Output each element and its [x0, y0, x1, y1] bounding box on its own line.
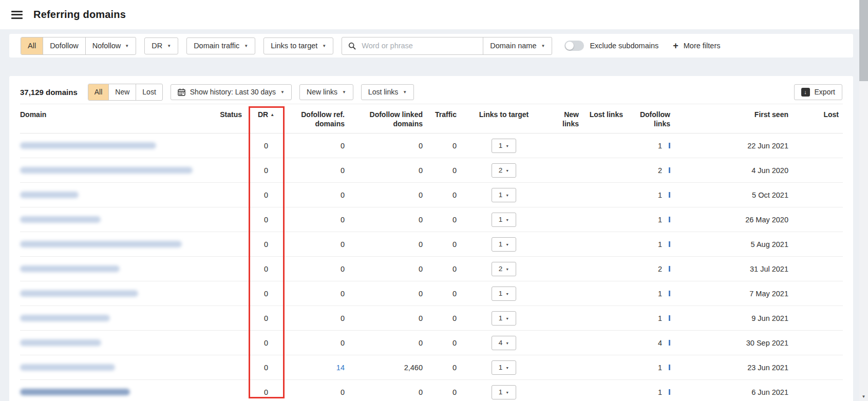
links-to-target-value: 1 [499, 216, 503, 223]
dr-filter-button[interactable]: DR ▼ [144, 37, 178, 54]
dofollow-ref-domains-value: 0 [341, 216, 345, 224]
domain-link-redacted[interactable] [20, 167, 193, 174]
domain-link-redacted[interactable] [20, 339, 101, 346]
domain-link-redacted[interactable] [20, 241, 182, 247]
domain-link-redacted[interactable] [20, 142, 156, 149]
links-to-target-select[interactable]: 1▼ [492, 213, 516, 227]
column-header-new-links[interactable]: New links [547, 104, 583, 133]
menu-icon[interactable] [11, 11, 23, 19]
vertical-scrollbar[interactable]: ▼ [859, 0, 868, 401]
links-to-target-select[interactable]: 1▼ [492, 139, 516, 153]
cell-dofollow-ref-domains: 0 [286, 331, 349, 355]
cell-lost [792, 331, 843, 355]
column-header-dofollow-linked-domains[interactable]: Dofollow linked domains [349, 104, 427, 133]
column-header-status[interactable]: Status [195, 104, 246, 133]
cell-lost-links [583, 380, 627, 401]
cell-dr: 0 [246, 281, 286, 306]
column-header-links-to-target[interactable]: Links to target [461, 104, 547, 133]
cell-dofollow-ref-domains: 0 [286, 207, 349, 232]
tab-all[interactable]: All [21, 37, 43, 54]
dr-filter-label: DR [152, 42, 162, 50]
links-to-target-select[interactable]: 1▼ [492, 360, 516, 375]
cell-lost [792, 232, 843, 257]
cell-dofollow-linked-domains: 0 [349, 257, 427, 281]
cell-lost-links [583, 232, 627, 257]
column-header-first-seen[interactable]: First seen [674, 104, 792, 133]
cell-dofollow-ref-domains: 0 [286, 281, 349, 306]
cell-status [195, 331, 246, 355]
show-history-label: Show history: Last 30 days [190, 88, 276, 96]
cell-dofollow-links: 1 [627, 355, 674, 380]
column-header-traffic[interactable]: Traffic [427, 104, 461, 133]
scroll-down-button[interactable]: ▼ [859, 392, 868, 401]
more-filters-button[interactable]: + More filters [673, 41, 720, 50]
chevron-down-icon: ▼ [505, 169, 509, 173]
cell-first-seen: 5 Aug 2021 [674, 232, 792, 257]
show-history-button[interactable]: Show history: Last 30 days ▼ [171, 84, 292, 100]
column-header-dofollow-links[interactable]: Dofollow links [627, 104, 674, 133]
links-to-target-value: 2 [499, 265, 503, 273]
column-header-dofollow-ref-domains[interactable]: Dofollow ref. domains [286, 104, 349, 133]
cell-dofollow-ref-domains: 0 [286, 133, 349, 158]
domain-link-redacted[interactable] [20, 192, 79, 198]
links-to-target-select[interactable]: 2▼ [492, 262, 516, 276]
table-row: 00001▼15 Oct 2021 [20, 183, 843, 207]
links-to-target-select[interactable]: 1▼ [492, 237, 516, 252]
cell-links-to-target: 2▼ [461, 257, 547, 281]
export-button[interactable]: ↓ Export [794, 84, 842, 100]
links-to-target-select[interactable]: 2▼ [492, 163, 516, 178]
cell-domain [20, 281, 195, 306]
table-row: 00001▼15 Aug 2021 [20, 232, 843, 257]
lost-links-filter-button[interactable]: Lost links ▼ [361, 84, 414, 100]
column-header-dr[interactable]: DR▲ [246, 104, 286, 133]
column-header-lost-links[interactable]: Lost links [583, 104, 627, 133]
links-to-target-filter-button[interactable]: Links to target ▼ [263, 37, 333, 54]
links-to-target-select[interactable]: 1▼ [492, 385, 516, 399]
dofollow-links-value: 1 [658, 388, 662, 396]
domain-link-redacted[interactable] [20, 315, 110, 321]
scope-tab-all[interactable]: All [88, 84, 109, 100]
dofollow-ref-domains-link[interactable]: 14 [336, 364, 345, 372]
scope-tab-lost[interactable]: Lost [136, 84, 162, 100]
column-header-domain[interactable]: Domain [20, 104, 195, 133]
exclude-subdomains-toggle[interactable] [564, 41, 584, 51]
cell-links-to-target: 2▼ [461, 158, 547, 183]
search-input[interactable] [361, 41, 477, 50]
cell-new-links [547, 257, 583, 281]
chevron-down-icon: ▼ [125, 44, 129, 48]
cell-lost-links [583, 183, 627, 207]
scrollbar-thumb[interactable] [859, 0, 868, 81]
tab-dofollow[interactable]: Dofollow [43, 37, 85, 54]
cell-domain [20, 257, 195, 281]
new-links-filter-button[interactable]: New links ▼ [299, 84, 353, 100]
domain-name-dropdown[interactable]: Domain name ▼ [483, 37, 552, 54]
dofollow-links-value: 1 [658, 142, 662, 150]
links-to-target-select[interactable]: 1▼ [492, 188, 516, 202]
links-to-target-select[interactable]: 1▼ [492, 311, 516, 326]
domain-link-redacted[interactable] [20, 389, 130, 395]
links-to-target-select[interactable]: 1▼ [492, 287, 516, 301]
column-label: First seen [754, 110, 788, 119]
cell-dofollow-linked-domains: 0 [349, 331, 427, 355]
domain-link-redacted[interactable] [20, 290, 138, 297]
domain-traffic-filter-button[interactable]: Domain traffic ▼ [186, 37, 255, 54]
cell-dr: 0 [246, 306, 286, 331]
domain-traffic-label: Domain traffic [194, 42, 239, 50]
cell-dofollow-links: 1 [627, 306, 674, 331]
links-to-target-select[interactable]: 4▼ [492, 336, 516, 350]
domain-link-redacted[interactable] [20, 216, 101, 223]
mini-bar-icon [669, 291, 670, 296]
cell-links-to-target: 4▼ [461, 331, 547, 355]
column-header-lost[interactable]: Lost [792, 104, 843, 133]
referring-domains-panel: 37,129 domains All New Lost Show history… [9, 76, 853, 401]
table-controls: 37,129 domains All New Lost Show history… [20, 76, 842, 104]
domain-link-redacted[interactable] [20, 364, 115, 371]
cell-traffic: 0 [427, 331, 461, 355]
filter-bar: All Dofollow Nofollow ▼ DR ▼ Domain traf… [9, 34, 853, 58]
dofollow-ref-domains-value: 0 [341, 240, 345, 249]
tab-nofollow[interactable]: Nofollow ▼ [85, 37, 136, 54]
cell-new-links [547, 281, 583, 306]
scope-tab-new[interactable]: New [108, 84, 136, 100]
domain-link-redacted[interactable] [20, 265, 120, 272]
cell-lost-links [583, 306, 627, 331]
